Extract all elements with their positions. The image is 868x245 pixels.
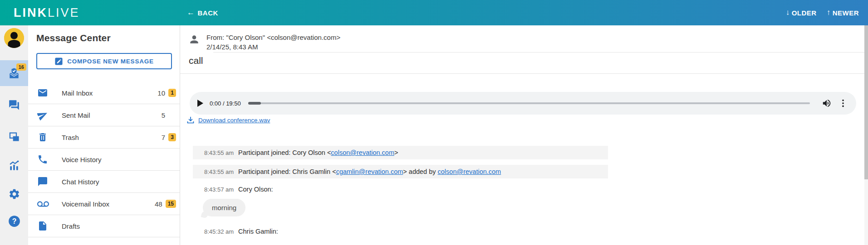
scrollbar-thumb[interactable] — [864, 25, 868, 179]
rail-item-analytics[interactable] — [0, 157, 28, 175]
rail-item-chats[interactable] — [0, 96, 28, 114]
folder-label: Voicemail Inbox — [62, 200, 109, 208]
audio-menu-icon[interactable] — [838, 98, 848, 108]
event-text-segment: > added by — [403, 168, 437, 175]
arrow-left-icon: ← — [187, 8, 195, 17]
arrow-down-icon: ↓ — [786, 8, 790, 17]
rail-item-help[interactable]: ? — [0, 212, 28, 230]
event-text: Chris Gamlin: — [238, 228, 278, 235]
folder-unread-badge: 15 — [166, 200, 176, 208]
folder-label: Chat History — [62, 178, 99, 186]
arrow-up-icon: ↑ — [827, 8, 831, 17]
download-link[interactable]: Download conference.wav — [198, 117, 270, 124]
folder-row[interactable]: Voice History — [28, 149, 180, 171]
person-avatar-icon — [4, 28, 24, 48]
folder-row[interactable]: Voicemail Inbox4815 — [28, 193, 180, 215]
download-icon — [186, 116, 195, 124]
transcript-speaker-line: 8:43:57 amCory Olson: — [180, 185, 864, 194]
rail-item-windows[interactable] — [0, 128, 28, 146]
compose-icon — [54, 57, 63, 66]
forum-icon — [8, 99, 20, 111]
person-icon — [188, 34, 200, 45]
chat-icon — [37, 176, 48, 187]
mail-icon — [37, 87, 48, 98]
back-button-label: BACK — [198, 9, 218, 17]
folder-row[interactable]: Trash73 — [28, 126, 180, 149]
gear-icon — [8, 188, 20, 200]
audio-player[interactable]: 0:00 / 19:50 — [190, 92, 856, 115]
email-link[interactable]: cgamlin@revation.com — [336, 168, 403, 175]
app-header: LINKLIVE ← BACK ↓ OLDER ↑ NEWER — [0, 0, 868, 25]
avatar[interactable] — [4, 28, 24, 48]
download-row: Download conference.wav — [186, 116, 270, 124]
message-header: From: "Cory Olson" <colson@revation.com>… — [188, 33, 340, 52]
rail-item-message-center[interactable]: 16 — [0, 60, 28, 86]
message-center-panel: Message Center COMPOSE NEW MESSAGE Mail … — [28, 25, 180, 245]
logo-text-bold: LINK — [14, 6, 48, 19]
draft-icon — [37, 221, 48, 231]
page-title: Message Center — [36, 33, 172, 43]
event-text-segment: > — [394, 149, 398, 156]
app-logo: LINKLIVE — [14, 6, 80, 20]
folder-count: 10 — [152, 89, 165, 97]
back-button[interactable]: ← BACK — [187, 0, 218, 25]
event-text-segment: Participant joined: Chris Gamlin < — [238, 168, 336, 175]
folder-row[interactable]: Drafts — [28, 215, 180, 237]
event-timestamp: 8:43:55 am — [204, 149, 234, 156]
volume-icon[interactable] — [822, 98, 832, 108]
logo-text-light: LIVE — [48, 6, 80, 19]
folder-row[interactable]: Sent Mail5 — [28, 104, 180, 126]
folder-unread-badge: 3 — [168, 133, 176, 141]
transcript-speaker-line: 8:45:32 amChris Gamlin: — [180, 227, 864, 236]
folder-label: Mail Inbox — [62, 89, 93, 97]
seekbar-thumb[interactable] — [248, 102, 261, 105]
folder-label: Trash — [62, 134, 79, 141]
folder-list: Mail Inbox101Sent Mail5Trash73Voice Hist… — [28, 82, 180, 237]
play-button[interactable] — [197, 100, 203, 107]
newer-button[interactable]: ↑ NEWER — [827, 8, 859, 17]
event-text: Participant joined: Chris Gamlin <cgamli… — [238, 168, 501, 175]
icon-rail: 16 — [0, 25, 28, 245]
chat-bubble: morning — [203, 199, 245, 216]
audio-seekbar[interactable] — [248, 102, 810, 104]
event-timestamp: 8:43:57 am — [204, 186, 234, 193]
newer-button-label: NEWER — [833, 9, 859, 17]
vertical-scrollbar[interactable] — [864, 25, 868, 245]
event-timestamp: 8:43:55 am — [204, 168, 234, 175]
transcript-system-event: 8:43:55 amParticipant joined: Chris Gaml… — [193, 165, 608, 178]
folder-count: 48 — [149, 200, 162, 208]
compose-button[interactable]: COMPOSE NEW MESSAGE — [36, 53, 172, 69]
svg-text:?: ? — [12, 217, 16, 225]
event-timestamp: 8:45:32 am — [204, 228, 234, 235]
message-nav: ↓ OLDER ↑ NEWER — [786, 0, 859, 25]
event-text-segment: Participant joined: Cory Olson < — [238, 149, 331, 156]
event-text: Cory Olson: — [238, 186, 273, 193]
unread-count-badge: 16 — [16, 63, 26, 71]
older-button[interactable]: ↓ OLDER — [786, 8, 817, 17]
send-icon — [37, 110, 48, 120]
folder-row[interactable]: Mail Inbox101 — [28, 82, 180, 104]
folder-count: 7 — [152, 134, 165, 141]
compose-button-label: COMPOSE NEW MESSAGE — [67, 58, 154, 65]
folder-row[interactable]: Chat History — [28, 171, 180, 193]
help-icon: ? — [8, 215, 20, 227]
message-subject: call — [189, 55, 203, 66]
message-date: 2/14/25, 8:43 AM — [206, 42, 340, 52]
transcript-system-event: 8:43:55 amParticipant joined: Cory Olson… — [193, 146, 608, 159]
email-link[interactable]: colson@revation.com — [438, 168, 501, 175]
audio-time: 0:00 / 19:50 — [210, 100, 241, 107]
analytics-icon — [8, 160, 20, 172]
folder-label: Voice History — [62, 156, 102, 163]
divider — [213, 52, 864, 53]
divider — [180, 73, 864, 74]
folder-label: Sent Mail — [62, 111, 90, 119]
folder-label: Drafts — [62, 222, 80, 230]
call-transcript: 8:43:55 amParticipant joined: Cory Olson… — [180, 146, 864, 236]
email-link[interactable]: colson@revation.com — [331, 149, 394, 156]
older-button-label: OLDER — [792, 9, 817, 17]
message-from: From: "Cory Olson" <colson@revation.com> — [206, 33, 340, 42]
event-text: Participant joined: Cory Olson <colson@r… — [238, 149, 398, 156]
windows-icon — [8, 131, 20, 143]
folder-unread-badge: 1 — [168, 89, 176, 97]
rail-item-settings[interactable] — [0, 185, 28, 203]
